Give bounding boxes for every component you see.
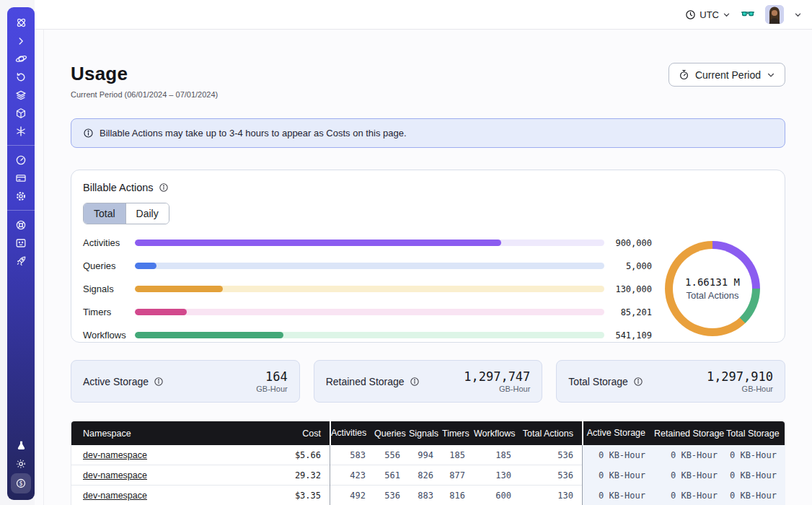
- cell-workflows: 600: [474, 486, 520, 505]
- cell-activities: 492: [330, 486, 374, 505]
- cell-workflows: 185: [474, 445, 520, 465]
- tab-daily[interactable]: Daily: [125, 203, 169, 224]
- asterisk-icon[interactable]: [10, 123, 32, 139]
- info-circle-icon[interactable]: [410, 377, 420, 387]
- table-row: dev-namespace $5.66 583 556 994 185 185 …: [71, 445, 785, 465]
- cell-total-actions: 130: [520, 486, 582, 505]
- total-actions-donut: 1.66131 M Total Actions: [665, 241, 760, 336]
- bar-track-workflows: [135, 332, 604, 338]
- col-total-actions: Total Actions: [520, 429, 582, 439]
- bar-label: Queries: [83, 260, 135, 271]
- billable-actions-title: Billable Actions: [83, 182, 154, 193]
- usage-bar-row: Workflows 541,109: [83, 330, 652, 341]
- col-total-storage: Total Storage: [726, 429, 785, 439]
- cell-total-storage: 0 KB-Hour: [726, 445, 785, 465]
- sidebar-gutter: [35, 30, 43, 505]
- flask-icon[interactable]: [10, 437, 32, 454]
- timezone-selector[interactable]: UTC: [685, 9, 731, 20]
- storage-card-unit: GB-Hour: [707, 385, 773, 393]
- cell-signals: 826: [409, 465, 442, 486]
- cell-total-actions: 536: [520, 445, 582, 465]
- gear-icon[interactable]: [10, 188, 32, 204]
- namespace-link[interactable]: dev-namespace: [83, 491, 147, 501]
- info-circle-icon[interactable]: [159, 183, 169, 193]
- avatar[interactable]: [765, 5, 784, 24]
- bar-value: 85,201: [604, 307, 652, 317]
- glasses-icon[interactable]: [741, 9, 755, 20]
- namespaces-icon[interactable]: [10, 50, 32, 67]
- temporal-logo-icon[interactable]: [10, 14, 32, 31]
- bar-label: Timers: [83, 307, 135, 317]
- col-workflows: Workflows: [474, 429, 520, 439]
- storage-card-label: Retained Storage: [326, 376, 405, 387]
- cell-total-storage: 0 KB-Hour: [726, 486, 785, 505]
- storage-card-value: 1,297,910: [707, 369, 773, 384]
- rocket-icon[interactable]: [10, 252, 32, 269]
- cell-timers: 816: [442, 486, 474, 505]
- history-icon[interactable]: [10, 69, 32, 85]
- terminal-screen-icon[interactable]: [10, 234, 32, 251]
- cell-retained-storage: 0 KB-Hour: [654, 486, 726, 505]
- lifebuoy-icon[interactable]: [10, 216, 32, 233]
- table-row: dev-namespace $3.35 492 536 883 816 600 …: [71, 486, 785, 505]
- bar-label: Activities: [83, 237, 135, 248]
- cell-queries: 556: [374, 445, 409, 465]
- billable-actions-chart: Activities 900,000 Queries 5,000 Signals…: [83, 236, 773, 341]
- billing-card-icon[interactable]: [10, 170, 32, 186]
- col-signals: Signals: [409, 429, 442, 439]
- cell-active-storage: 0 KB-Hour: [582, 486, 654, 505]
- bar-label: Workflows: [83, 330, 135, 341]
- bar-label: Signals: [83, 284, 135, 294]
- layers-icon[interactable]: [10, 87, 32, 103]
- active-storage-card: Active Storage 164 GB-Hour: [71, 360, 300, 403]
- bar-track-signals: [135, 286, 604, 292]
- cell-retained-storage: 0 KB-Hour: [654, 465, 726, 486]
- cell-cost: $5.66: [249, 445, 330, 465]
- col-timers: Timers: [442, 429, 474, 439]
- namespace-link[interactable]: dev-namespace: [83, 470, 147, 480]
- total-storage-card: Total Storage 1,297,910 GB-Hour: [556, 360, 785, 403]
- bar-value: 900,000: [604, 238, 652, 248]
- period-select-button[interactable]: Current Period: [668, 63, 785, 87]
- page-title: Usage: [71, 63, 218, 85]
- storage-card-value: 1,297,747: [464, 369, 530, 384]
- bar-track-timers: [135, 309, 604, 315]
- namespace-link[interactable]: dev-namespace: [83, 450, 147, 460]
- usage-gauge-icon[interactable]: [10, 152, 32, 168]
- col-queries: Queries: [374, 429, 409, 439]
- info-circle-icon[interactable]: [154, 377, 164, 387]
- storage-card-label: Active Storage: [83, 376, 149, 387]
- cube-icon[interactable]: [10, 105, 32, 121]
- cell-total-storage: 0 KB-Hour: [726, 465, 785, 486]
- bar-track-activities: [135, 240, 604, 246]
- cell-activities: 583: [330, 445, 374, 465]
- info-circle-icon: [83, 128, 94, 139]
- sidebar-divider: [7, 145, 35, 146]
- sidebar-divider: [7, 210, 35, 211]
- cell-timers: 185: [442, 445, 474, 465]
- view-toggle: Total Daily: [83, 203, 169, 224]
- user-menu-chevron-icon[interactable]: [794, 11, 802, 19]
- info-banner-text: Billable Actions may take up to 3-4 hour…: [100, 128, 407, 139]
- bar-value: 541,109: [604, 330, 652, 341]
- chevron-right-icon[interactable]: [10, 32, 32, 49]
- cell-active-storage: 0 KB-Hour: [582, 465, 654, 486]
- cell-queries: 536: [374, 486, 409, 505]
- cell-total-actions: 536: [520, 465, 582, 486]
- sun-icon[interactable]: [10, 455, 32, 472]
- info-circle-icon[interactable]: [633, 377, 643, 387]
- col-activities: Activities: [330, 421, 374, 445]
- table-header: Namespace Cost Activities Queries Signal…: [71, 421, 785, 445]
- current-period-subtitle: Current Period (06/01/2024 – 07/01/2024): [71, 90, 218, 99]
- cell-signals: 994: [409, 445, 442, 465]
- dollar-coin-icon[interactable]: $: [11, 473, 31, 493]
- total-actions-label: Total Actions: [687, 290, 739, 301]
- retained-storage-card: Retained Storage 1,297,747 GB-Hour: [314, 360, 543, 403]
- cell-queries: 561: [374, 465, 409, 486]
- cell-workflows: 130: [474, 465, 520, 486]
- usage-bar-row: Queries 5,000: [83, 260, 652, 271]
- topbar: UTC: [35, 0, 812, 30]
- bar-value: 5,000: [604, 261, 652, 271]
- storage-card-value: 164: [256, 369, 287, 384]
- tab-total[interactable]: Total: [84, 203, 125, 224]
